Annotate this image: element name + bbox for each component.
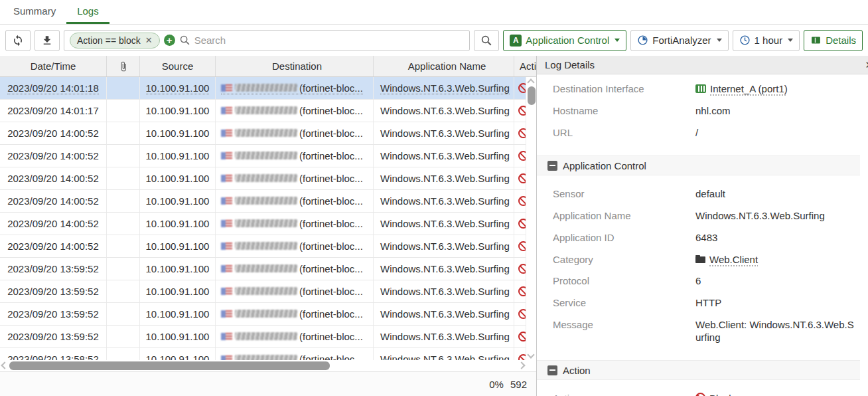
table-row[interactable]: 2023/09/20 14:01:18 10.100.91.100 (forti… <box>0 77 536 100</box>
search-input[interactable]: Action == block ✕ + Search <box>64 30 470 51</box>
cell-application[interactable]: Windows.NT.6.3.Web.Surfing <box>380 150 510 161</box>
filter-chip[interactable]: Action == block ✕ <box>70 33 160 49</box>
log-type-dropdown-label: Application Control <box>526 35 609 46</box>
table-row[interactable]: 2023/09/20 14:00:52 10.100.91.100 (forti… <box>0 213 536 235</box>
cell-source[interactable]: 10.100.91.100 <box>146 218 210 229</box>
destination-suffix: (fortinet-bloc... <box>299 331 363 342</box>
cell-source[interactable]: 10.100.91.100 <box>146 173 210 184</box>
scroll-down-icon[interactable] <box>527 351 534 358</box>
tab-logs[interactable]: Logs <box>66 0 109 24</box>
cell-source[interactable]: 10.100.91.100 <box>146 241 210 252</box>
cell-destination[interactable]: (fortinet-bloc... <box>221 128 363 139</box>
country-flag-icon <box>221 310 232 318</box>
refresh-button[interactable] <box>5 30 31 51</box>
cell-application[interactable]: Windows.NT.6.3.Web.Surfing <box>380 241 510 252</box>
redacted-destination <box>235 106 297 114</box>
details-toggle-button[interactable]: Details <box>804 30 863 51</box>
table-row[interactable]: 2023/09/20 13:59:52 10.100.91.100 (forti… <box>0 258 536 280</box>
field-label: URL <box>553 127 695 140</box>
filter-chip-remove-icon[interactable]: ✕ <box>145 35 153 45</box>
scroll-right-icon[interactable] <box>518 361 525 369</box>
horizontal-scroll-thumb[interactable] <box>9 361 330 370</box>
cell-application[interactable]: Windows.NT.6.3.Web.Surfing <box>380 82 510 94</box>
field-value: Block <box>709 393 868 396</box>
collapse-icon[interactable] <box>547 365 557 375</box>
details-field: Protocol 6 <box>537 270 868 292</box>
cell-application[interactable]: Windows.NT.6.3.Web.Surfing <box>380 286 510 297</box>
cell-application[interactable]: Windows.NT.6.3.Web.Surfing <box>380 353 510 360</box>
cell-destination[interactable]: (fortinet-bloc... <box>221 82 363 94</box>
tab-summary[interactable]: Summary <box>3 0 66 24</box>
destination-suffix: (fortinet-bloc... <box>299 82 363 94</box>
cell-source[interactable]: 10.100.91.100 <box>146 195 210 207</box>
column-header-action[interactable]: Action <box>514 56 536 76</box>
details-section-header[interactable]: Action <box>537 360 860 380</box>
vertical-scroll-thumb[interactable] <box>528 86 536 105</box>
cell-application[interactable]: Windows.NT.6.3.Web.Surfing <box>380 331 510 342</box>
scroll-up-icon[interactable] <box>527 78 534 86</box>
cell-destination[interactable]: (fortinet-bloc... <box>221 105 363 116</box>
cell-application[interactable]: Windows.NT.6.3.Web.Surfing <box>380 173 510 184</box>
scroll-left-icon[interactable] <box>1 361 8 369</box>
cell-source[interactable]: 10.100.91.100 <box>146 286 210 297</box>
cell-destination[interactable]: (fortinet-bloc... <box>221 241 363 252</box>
column-header-datetime[interactable]: Date/Time <box>0 56 107 76</box>
cell-application[interactable]: Windows.NT.6.3.Web.Surfing <box>380 195 510 207</box>
details-section-header[interactable]: Application Control <box>537 155 860 175</box>
cell-source[interactable]: 10.100.91.100 <box>146 308 210 320</box>
time-range-dropdown[interactable]: 1 hour <box>733 30 800 51</box>
cell-source[interactable]: 10.100.91.100 <box>146 263 210 274</box>
cell-destination[interactable]: (fortinet-bloc... <box>221 195 363 207</box>
cell-source[interactable]: 10.100.91.100 <box>146 82 210 94</box>
cell-application[interactable]: Windows.NT.6.3.Web.Surfing <box>380 218 510 229</box>
table-row[interactable]: 2023/09/20 13:59:52 10.100.91.100 (forti… <box>0 280 536 303</box>
datasource-dropdown[interactable]: FortiAnalyzer <box>630 30 728 51</box>
table-row[interactable]: 2023/09/20 14:00:52 10.100.91.100 (forti… <box>0 145 536 167</box>
cell-destination[interactable]: (fortinet-bloc... <box>221 286 363 297</box>
column-header-source[interactable]: Source <box>140 56 216 76</box>
table-row[interactable]: 2023/09/20 13:59:52 10.100.91.100 (forti… <box>0 303 536 326</box>
cell-source[interactable]: 10.100.91.100 <box>146 128 210 139</box>
column-header-attachment[interactable] <box>107 56 140 76</box>
country-flag-icon <box>221 130 232 137</box>
table-row[interactable]: 2023/09/20 13:58:52 10.100.91.100 (forti… <box>0 348 536 360</box>
collapse-icon[interactable] <box>547 161 557 171</box>
table-row[interactable]: 2023/09/20 14:00:52 10.100.91.100 (forti… <box>0 167 536 190</box>
table-vertical-scrollbar[interactable] <box>526 77 536 360</box>
cell-destination[interactable]: (fortinet-bloc... <box>221 308 363 320</box>
time-range-dropdown-label: 1 hour <box>755 35 783 46</box>
redacted-destination <box>235 310 297 318</box>
cell-application[interactable]: Windows.NT.6.3.Web.Surfing <box>380 308 510 320</box>
redacted-destination <box>235 84 297 92</box>
log-type-dropdown[interactable]: A Application Control <box>503 30 626 51</box>
cell-destination[interactable]: (fortinet-bloc... <box>221 150 363 161</box>
column-header-destination[interactable]: Destination <box>216 56 374 76</box>
table-row[interactable]: 2023/09/20 14:00:52 10.100.91.100 (forti… <box>0 235 536 258</box>
add-filter-icon[interactable]: + <box>164 35 175 46</box>
close-icon[interactable]: ✕ <box>865 59 868 71</box>
cell-destination[interactable]: (fortinet-bloc... <box>221 353 363 360</box>
table-horizontal-scrollbar[interactable] <box>0 360 536 371</box>
cell-destination[interactable]: (fortinet-bloc... <box>221 173 363 184</box>
column-header-application[interactable]: Application Name <box>374 56 514 76</box>
cell-source[interactable]: 10.100.91.100 <box>146 150 210 161</box>
cell-destination[interactable]: (fortinet-bloc... <box>221 218 363 229</box>
table-row[interactable]: 2023/09/20 14:01:17 10.100.91.100 (forti… <box>0 100 536 122</box>
details-field: Message Web.Client: Windows.NT.6.3.Web.S… <box>537 314 868 349</box>
cell-source[interactable]: 10.100.91.100 <box>146 331 210 342</box>
table-row[interactable]: 2023/09/20 13:59:52 10.100.91.100 (forti… <box>0 326 536 348</box>
cell-source[interactable]: 10.100.91.100 <box>146 353 210 360</box>
cell-application[interactable]: Windows.NT.6.3.Web.Surfing <box>380 128 510 139</box>
cell-source[interactable]: 10.100.91.100 <box>146 105 210 116</box>
cell-application[interactable]: Windows.NT.6.3.Web.Surfing <box>380 105 510 116</box>
cell-destination[interactable]: (fortinet-bloc... <box>221 331 363 342</box>
cell-application[interactable]: Windows.NT.6.3.Web.Surfing <box>380 263 510 274</box>
download-button[interactable] <box>35 30 60 51</box>
search-submit-button[interactable] <box>474 30 499 51</box>
table-row[interactable]: 2023/09/20 14:00:52 10.100.91.100 (forti… <box>0 122 536 145</box>
clock-icon <box>739 35 751 46</box>
country-flag-icon <box>221 152 232 159</box>
table-row[interactable]: 2023/09/20 14:00:52 10.100.91.100 (forti… <box>0 190 536 213</box>
cell-destination[interactable]: (fortinet-bloc... <box>221 263 363 274</box>
cell-datetime: 2023/09/20 13:59:52 <box>7 286 99 297</box>
